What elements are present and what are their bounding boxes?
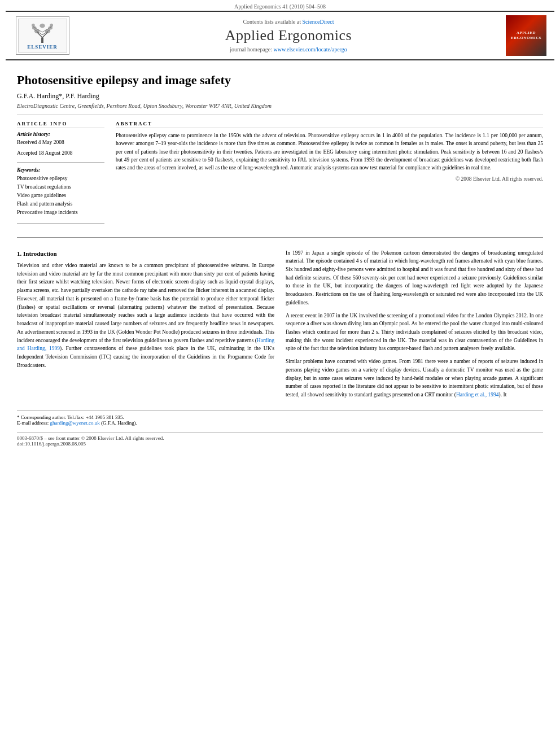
citation-text: Applied Ergonomics 41 (2010) 504–508 — [234, 3, 326, 10]
svg-point-9 — [32, 27, 37, 30]
abstract-text: Photosensitive epilepsy came to prominen… — [116, 132, 543, 172]
keyword-5: Provocative image incidents — [17, 208, 104, 217]
homepage-url[interactable]: www.elsevier.com/locate/apergo — [273, 46, 347, 53]
ref-harding-1994[interactable]: Harding et al., 1994 — [456, 392, 499, 397]
citation-bar: Applied Ergonomics 41 (2010) 504–508 — [0, 0, 560, 11]
badge-line1: APPLIED — [517, 30, 536, 36]
history-label: Article history: — [17, 132, 104, 137]
elsevier-logo-area: ELSEVIER — [11, 16, 73, 55]
badge-line2: ERGONOMICS — [511, 36, 541, 41]
elsevier-logo-inner: ELSEVIER — [18, 19, 67, 53]
applied-ergonomics-badge: APPLIED ERGONOMICS — [506, 15, 546, 56]
intro-paragraph-3: A recent event in 2007 in the UK involve… — [286, 312, 543, 353]
svg-point-13 — [50, 24, 53, 27]
journal-title: Applied Ergonomics — [79, 27, 498, 44]
divider-after-keywords — [17, 223, 104, 224]
ref-harding-1999[interactable]: Harding and Harding, 1999 — [17, 338, 274, 352]
sciencedirect-link[interactable]: ScienceDirect — [302, 19, 334, 25]
divider-keywords — [17, 162, 104, 163]
journal-title-area: Contents lists available at ScienceDirec… — [73, 19, 504, 53]
keyword-3: Video game guidelines — [17, 191, 104, 200]
article-title: Photosensitive epilepsy and image safety — [17, 73, 543, 88]
journal-header: ELSEVIER Contents lists available at Sci… — [6, 11, 554, 60]
footnote-email-link[interactable]: gharding@wyenet.co.uk — [50, 420, 99, 426]
intro-paragraph-2: In 1997 in Japan a single episode of the… — [286, 249, 543, 307]
article-info-col: ARTICLE INFO Article history: Received 4… — [17, 121, 104, 228]
keywords-list: Photosensitive epilepsy TV broadcast reg… — [17, 174, 104, 217]
keyword-1: Photosensitive epilepsy — [17, 174, 104, 183]
copyright-line2: doi:10.1016/j.apergo.2008.08.005 — [17, 441, 543, 447]
svg-point-8 — [45, 29, 51, 33]
body-right-col: In 1997 in Japan a single episode of the… — [286, 249, 543, 404]
authors-text: G.F.A. Harding*, P.F. Harding — [17, 92, 99, 100]
article-authors: G.F.A. Harding*, P.F. Harding — [17, 92, 543, 101]
svg-point-10 — [48, 27, 53, 30]
footnote-star: * Corresponding author. Tel./fax: +44 19… — [17, 414, 543, 420]
svg-rect-0 — [41, 38, 43, 43]
received-text: Received 4 May 2008 — [17, 139, 104, 146]
intro-paragraph-1: Television and other video material are … — [17, 261, 274, 369]
article-meta-section: ARTICLE INFO Article history: Received 4… — [17, 121, 543, 228]
footnote-section: * Corresponding author. Tel./fax: +44 19… — [17, 410, 543, 426]
journal-badge-area: APPLIED ERGONOMICS — [504, 15, 549, 56]
section-1-heading: 1. Introduction — [17, 249, 274, 259]
svg-point-12 — [32, 24, 35, 27]
divider-2 — [17, 237, 543, 238]
footnote-email: E-mail address: gharding@wyenet.co.uk (G… — [17, 420, 543, 426]
email-suffix: (G.F.A. Harding). — [101, 420, 137, 426]
keywords-label: Keywords: — [17, 167, 104, 173]
sciencedirect-line: Contents lists available at ScienceDirec… — [79, 19, 498, 25]
abstract-col: ABSTRACT Photosensitive epilepsy came to… — [116, 121, 543, 228]
copyright-bottom: 0003-6870/$ – see front matter © 2008 El… — [17, 433, 543, 447]
divider-1 — [17, 115, 543, 115]
email-label: E-mail address: — [17, 420, 49, 426]
article-info-heading: ARTICLE INFO — [17, 121, 104, 128]
journal-homepage: journal homepage: www.elsevier.com/locat… — [79, 46, 498, 53]
svg-point-11 — [40, 24, 45, 28]
article-content: Photosensitive epilepsy and image safety… — [0, 60, 560, 452]
body-left-col: 1. Introduction Television and other vid… — [17, 249, 274, 404]
elsevier-logo-box: ELSEVIER — [16, 16, 69, 55]
section-1: 1. Introduction Television and other vid… — [17, 249, 543, 404]
elsevier-tree-icon — [28, 21, 56, 43]
abstract-heading: ABSTRACT — [116, 121, 543, 128]
article-affiliation: ElectroDiagnostic Centre, Greenfields, P… — [17, 103, 543, 109]
sciencedirect-prefix: Contents lists available at — [243, 19, 302, 25]
abstract-copyright: © 2008 Elsevier Ltd. All rights reserved… — [116, 176, 543, 182]
accepted-text: Accepted 18 August 2008 — [17, 150, 104, 157]
page-container: Applied Ergonomics 41 (2010) 504–508 — [0, 0, 560, 452]
svg-point-7 — [34, 29, 40, 33]
copyright-line1: 0003-6870/$ – see front matter © 2008 El… — [17, 435, 543, 441]
keyword-4: Flash and pattern analysis — [17, 200, 104, 208]
keyword-2: TV broadcast regulations — [17, 183, 104, 191]
intro-paragraph-4: Similar problems have occurred with vide… — [286, 357, 543, 399]
elsevier-wordmark: ELSEVIER — [27, 44, 58, 50]
homepage-label: journal homepage: — [230, 46, 273, 53]
